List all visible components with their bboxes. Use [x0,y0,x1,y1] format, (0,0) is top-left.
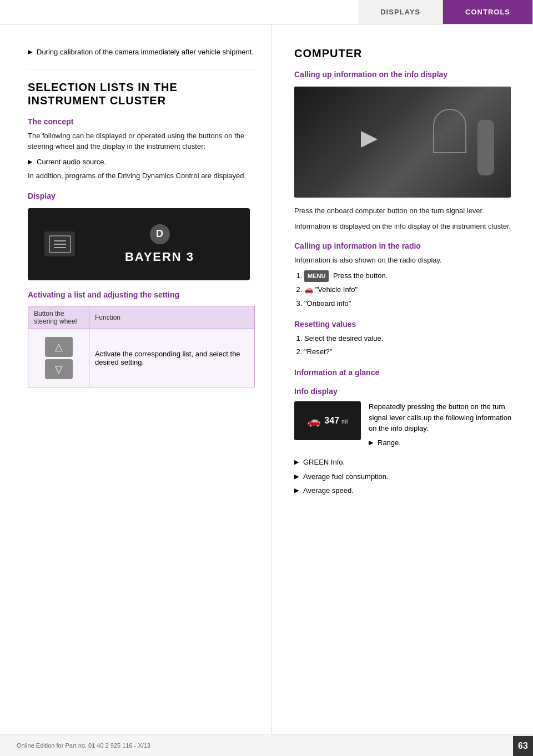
info-display-heading: Info display [294,387,516,396]
range-text: Range. [378,437,401,448]
reset-steps-list: Select the desired value. "Reset?" [304,333,516,359]
fuel-text: Average fuel consumption. [303,471,389,482]
sw-down-button: ▽ [45,359,73,379]
photo-inner [294,87,511,198]
selection-lists-title: SELECTION LISTS IN THE INSTRUMENT CLUSTE… [28,80,255,107]
bullet-arrow-icon-2: ▶ [28,157,32,167]
calibration-text: During calibration of the camera immedia… [37,47,254,58]
radio-steps-list: MENU Press the button. 🚗 "Vehicle Info" … [304,270,516,310]
info-display-image: 🚗 347 mi [294,401,361,440]
car-icon: 🚗 [304,285,313,294]
footer-text: Online Edition for Part no. 01 40 2 925 … [17,742,150,749]
bullet-arrow-range: ▶ [369,438,373,447]
step1-text: Press the button. [333,271,388,280]
radio-icon-inner [49,235,71,253]
miles-value: 347 [324,416,339,425]
tab-controls[interactable]: CONTROLS [443,0,533,24]
calling-info-body1: Press the onboard computer button on the… [294,205,516,216]
radio-line-3 [54,247,66,248]
concept-heading: The concept [28,117,255,126]
reset-step-2: "Reset?" [304,346,516,358]
info-glance-text: Repeatedly pressing the button on the tu… [369,401,516,451]
info-glance-heading: Information at a glance [294,368,516,377]
calling-info-body2: Information is displayed on the info dis… [294,221,516,232]
green-info-text: GREEN Info. [303,457,345,468]
lever-detail [477,120,494,175]
instrument-display-image: D BAYERN 3 [28,208,250,280]
radio-line-2 [54,244,66,245]
table-row: △ ▽ Activate the corresponding list, and… [28,329,255,387]
table-header-function: Function [89,306,255,329]
display-heading: Display [28,191,255,200]
step2-text: "Vehicle Info" [315,285,358,294]
footer: Online Edition for Part no. 01 40 2 925 … [0,734,533,756]
bullet-arrow-icon: ▶ [28,47,32,57]
calling-radio-body: Information is also shown on the radio d… [294,255,516,266]
menu-button-label: MENU [304,270,329,283]
bullet-green: ▶ GREEN Info. [294,457,516,468]
page-number: 63 [513,736,533,756]
calibration-bullet: ▶ During calibration of the camera immed… [28,47,255,58]
step-2: 🚗 "Vehicle Info" [304,284,516,296]
concept-body1: The following can be displayed or operat… [28,130,255,152]
vent-detail [433,109,466,153]
concept-bullet1-text: Current audio source. [37,157,106,168]
up-arrow-icon: △ [55,341,63,353]
bullet-arrow-green: ▶ [294,457,299,467]
activating-heading: Activating a list and adjusting the sett… [28,290,255,299]
display-text-area: D BAYERN 3 [75,224,233,264]
step-1: MENU Press the button. [304,270,516,283]
step3-text: "Onboard info" [304,299,351,308]
speed-text: Average speed. [303,485,354,496]
resetting-heading: Resetting values [294,320,516,329]
sw-function-cell: Activate the corresponding list, and sel… [89,329,255,387]
main-content: ▶ During calibration of the camera immed… [0,24,533,746]
left-column: ▶ During calibration of the camera immed… [0,24,272,746]
concept-bullet1: ▶ Current audio source. [28,157,255,168]
miles-display: 347 mi [324,416,348,426]
display-station: BAYERN 3 [86,250,233,264]
right-column: COMPUTER Calling up information on the i… [272,24,533,746]
arrow-overlay [361,131,378,148]
bullet-arrow-fuel: ▶ [294,472,299,481]
radio-line-1 [54,240,66,241]
computer-title: COMPUTER [294,47,516,60]
table-header-button: Button the steering wheel [28,306,89,329]
step-3: "Onboard info" [304,298,516,310]
bullet-fuel: ▶ Average fuel consumption. [294,471,516,482]
reset-step-1: Select the desired value. [304,333,516,345]
info-display-content: 🚗 347 mi [307,414,348,427]
computer-photo [294,87,511,198]
divider [28,69,255,69]
radio-lines [54,240,66,248]
tab-displays[interactable]: DISPLAYS [358,0,443,24]
display-inner: D BAYERN 3 [28,224,250,264]
info-bullet-range: ▶ Range. [369,437,516,448]
info-display-body: Repeatedly pressing the button on the tu… [369,402,511,432]
miles-unit: mi [341,419,348,425]
concept-body2: In addition, programs of the Driving Dyn… [28,170,255,182]
radio-icon [44,231,75,256]
down-arrow-icon: ▽ [55,363,63,375]
display-d-badge: D [150,224,170,244]
bullet-arrow-speed: ▶ [294,486,299,495]
calling-radio-heading: Calling up information in the radio [294,241,516,250]
car-small-icon: 🚗 [307,414,321,427]
sw-up-button: △ [45,337,73,357]
header-tabs: DISPLAYS CONTROLS [0,0,533,24]
sw-buttons-cell: △ ▽ [28,329,89,387]
calling-info-heading: Calling up information on the info displ… [294,70,516,79]
steering-wheel-table: Button the steering wheel Function △ ▽ A… [28,306,255,387]
info-glance-block: 🚗 347 mi Repeatedly pressing the button … [294,401,516,451]
bullet-speed: ▶ Average speed. [294,485,516,496]
